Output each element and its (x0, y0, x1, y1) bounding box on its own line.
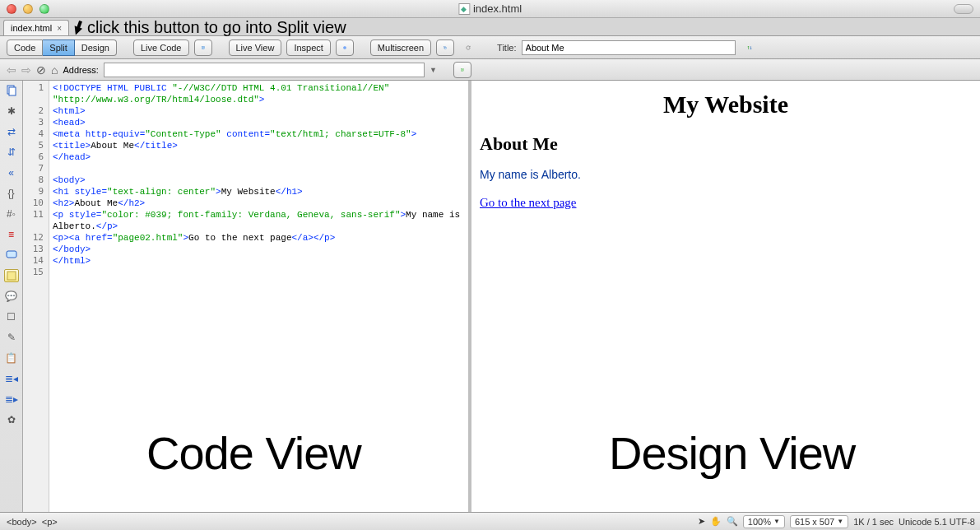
nav-forward-icon[interactable]: ⇨ (21, 63, 31, 77)
address-dropdown-icon[interactable]: ▼ (430, 66, 437, 74)
main-toolbar: Code Split Design Live Code Live View In… (0, 36, 980, 59)
file-management-icon[interactable] (741, 40, 759, 56)
browser-preview-icon[interactable] (336, 40, 354, 56)
download-size: 1K / 1 sec (853, 517, 894, 527)
live-view-button[interactable]: Live View (229, 40, 282, 56)
window-titlebar: ◆ index.html (0, 0, 980, 18)
inspect-button[interactable]: Inspect (286, 40, 330, 56)
svg-rect-6 (9, 87, 16, 95)
document-tab[interactable]: index.html × (3, 20, 69, 35)
zoom-window-button[interactable] (39, 4, 49, 14)
refresh-icon[interactable] (459, 40, 477, 56)
svg-rect-3 (445, 47, 447, 49)
page-title-input[interactable] (522, 40, 736, 55)
window-title: index.html (473, 2, 522, 15)
line-numbers-icon[interactable]: {} (4, 187, 19, 200)
tag-selector[interactable]: <body> <p> (5, 517, 59, 527)
preview-heading-1: My Website (480, 91, 972, 119)
apply-comment-icon[interactable] (4, 249, 19, 262)
code-view-button[interactable]: Code (7, 40, 43, 56)
document-tab-label: index.html (11, 23, 52, 33)
close-tab-icon[interactable]: × (57, 24, 62, 33)
expand-all-icon[interactable]: ⇄ (4, 125, 19, 138)
window-size[interactable]: 615 x 507▼ (790, 515, 848, 528)
select-parent-icon[interactable]: ⇵ (4, 146, 19, 159)
stop-icon[interactable]: ⊘ (36, 63, 46, 77)
inspect-code-icon[interactable] (194, 40, 212, 56)
encoding: Unicode 5.1 UTF-8 (899, 517, 975, 527)
close-window-button[interactable] (7, 4, 16, 14)
highlight-invalid-icon[interactable]: #◦ (4, 207, 19, 221)
wrap-tag-icon[interactable] (4, 269, 19, 282)
preview-paragraph: My name is Alberto. (480, 168, 972, 181)
overlay-label-design: Design View (609, 426, 855, 480)
recent-snippets-icon[interactable]: 💬 (4, 290, 19, 303)
zoom-tool-icon[interactable]: 🔍 (727, 516, 738, 527)
preview-heading-2: About Me (480, 133, 972, 155)
svg-rect-8 (7, 272, 16, 280)
move-css-icon[interactable]: ☐ (4, 310, 19, 323)
address-label: Address: (63, 65, 98, 75)
hand-tool-icon[interactable]: ✋ (710, 516, 722, 527)
toolbar-pill-button[interactable] (954, 4, 973, 14)
preview-link[interactable]: Go to the next page (480, 196, 576, 209)
code-toolbar: ✱ ⇄ ⇵ « {} #◦ ≡ 💬 ☐ ✎ 📋 ≣◂ ≣▸ ✿ (0, 81, 23, 528)
nav-back-icon[interactable]: ⇦ (7, 63, 16, 77)
address-input[interactable] (104, 63, 425, 77)
svg-rect-7 (7, 251, 16, 258)
pointer-tool-icon[interactable]: ➤ (698, 516, 705, 527)
live-code-button[interactable]: Live Code (133, 40, 189, 56)
zoom-level[interactable]: 100%▼ (743, 515, 785, 528)
address-bar: ⇦ ⇨ ⊘ ⌂ Address: ▼ (0, 59, 980, 81)
annotation-callout: click this button to go into Split view (72, 18, 346, 37)
overlay-label-code: Code View (146, 426, 361, 480)
open-documents-icon[interactable] (4, 84, 19, 97)
design-view-button[interactable]: Design (75, 40, 117, 56)
document-icon: ◆ (458, 3, 470, 15)
tag-crumb-body[interactable]: <body> (5, 517, 39, 527)
multiscreen-options-icon[interactable] (436, 40, 454, 56)
code-settings-icon[interactable]: ✿ (4, 413, 19, 426)
outdent-code-icon[interactable]: ≣◂ (4, 372, 19, 385)
related-files-icon[interactable] (453, 62, 471, 78)
line-number-gutter: 1 234567891011 12131415 (23, 81, 49, 528)
home-icon[interactable]: ⌂ (51, 63, 58, 77)
indent-code-icon[interactable]: ≣▸ (4, 393, 19, 406)
status-bar: <body> <p> ➤ ✋ 🔍 100%▼ 615 x 507▼ 1K / 1… (0, 512, 980, 530)
tag-crumb-p[interactable]: <p> (40, 517, 59, 527)
indent-icon[interactable]: ✎ (4, 331, 19, 344)
split-view-button[interactable]: Split (43, 40, 74, 56)
arrow-icon (72, 21, 84, 35)
view-mode-group: Code Split Design (7, 40, 117, 56)
balance-braces-icon[interactable]: « (4, 166, 19, 179)
syntax-error-icon[interactable]: ≡ (4, 228, 19, 241)
multiscreen-button[interactable]: Multiscreen (370, 40, 431, 56)
title-field-label: Title: (497, 43, 516, 53)
collapse-icon[interactable]: ✱ (4, 105, 19, 118)
annotation-text: click this button to go into Split view (87, 18, 346, 37)
format-code-icon[interactable]: 📋 (4, 351, 19, 365)
minimize-window-button[interactable] (23, 4, 33, 14)
